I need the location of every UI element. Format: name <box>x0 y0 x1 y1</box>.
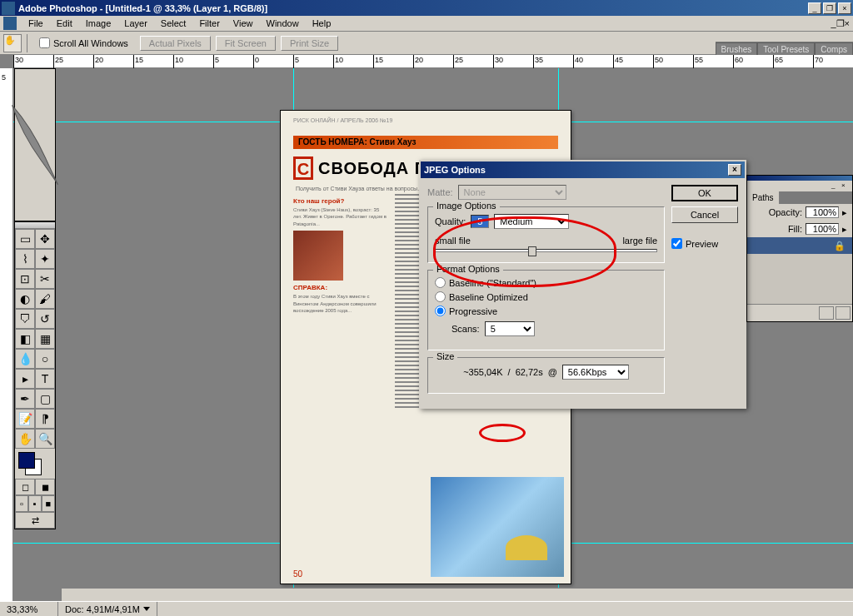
standard-mode-button[interactable]: ◻ <box>15 479 35 495</box>
size-estimate: ~355,04K <box>463 367 502 377</box>
lasso-tool[interactable]: ⌇ <box>15 249 35 269</box>
layer-comps-tab[interactable]: Comps <box>815 42 853 57</box>
menu-view[interactable]: View <box>227 17 260 30</box>
dialog-title: JPEG Options <box>424 165 486 175</box>
doc-restore-button[interactable]: ❐ <box>836 18 845 29</box>
color-swatches[interactable] <box>15 449 55 479</box>
vertical-ruler[interactable]: 5 <box>0 68 13 601</box>
notes-tool[interactable]: 📝 <box>15 409 35 429</box>
hand-tool[interactable]: ✋ <box>15 429 35 449</box>
eraser-tool[interactable]: ◧ <box>15 329 35 349</box>
clone-stamp-tool[interactable]: ⛉ <box>15 309 35 329</box>
menu-select[interactable]: Select <box>154 17 193 30</box>
marquee-tool[interactable]: ▭ <box>15 229 35 249</box>
tool-palette: ▭ ✥ ⌇ ✦ ⊡ ✂ ◐ 🖌 ⛉ ↺ ◧ ▦ 💧 ○ ▸ T ✒ ▢ 📝 ⁋ … <box>14 221 56 529</box>
zoom-level[interactable]: 33,33% <box>0 602 58 616</box>
zoom-tool[interactable]: 🔍 <box>35 429 55 449</box>
palette-grip[interactable] <box>15 222 55 229</box>
tool-presets-tab[interactable]: Tool Presets <box>757 42 815 57</box>
screen-mode-full-menubar[interactable]: ▪ <box>28 495 42 512</box>
doc-size-status[interactable]: Doc: 4,91M/4,91M <box>58 602 157 616</box>
horizontal-ruler[interactable]: 302520151050510152025303540455055606570 <box>13 55 853 68</box>
baud-rate-select[interactable]: 56.6Kbps <box>562 365 629 380</box>
size-group: Size ~355,04K / 62,72s @ 56.6Kbps <box>427 357 665 394</box>
quality-preset-select[interactable]: Medium <box>494 214 569 229</box>
doc-header-strip: ГОСТЬ НОМЕРА: Стиви Хауз <box>293 136 558 149</box>
pen-tool[interactable]: ✒ <box>15 389 35 409</box>
brush-tool[interactable]: 🖌 <box>35 289 55 309</box>
gradient-tool[interactable]: ▦ <box>35 329 55 349</box>
minimize-button[interactable]: _ <box>808 2 821 14</box>
crop-tool[interactable]: ⊡ <box>15 269 35 289</box>
baseline-standard-radio[interactable]: Baseline ("Standard") <box>435 277 657 288</box>
doc-dropcap: С <box>293 156 313 180</box>
menu-image[interactable]: Image <box>79 17 118 30</box>
doc-close-button[interactable]: × <box>845 18 850 28</box>
print-size-button[interactable]: Print Size <box>281 36 338 51</box>
screen-mode-standard[interactable]: ▫ <box>15 495 28 512</box>
menu-file[interactable]: File <box>22 17 50 30</box>
close-button[interactable]: × <box>838 2 851 14</box>
type-tool[interactable]: T <box>35 369 55 389</box>
small-file-label: small file <box>435 236 471 246</box>
menu-edit[interactable]: Edit <box>50 17 79 30</box>
fit-screen-button[interactable]: Fit Screen <box>216 36 276 51</box>
path-selection-tool[interactable]: ▸ <box>15 369 35 389</box>
matte-label: Matte: <box>427 187 453 197</box>
delete-layer-button[interactable] <box>836 306 851 320</box>
doc-mountain-image <box>431 477 564 577</box>
menu-layer[interactable]: Layer <box>117 17 154 30</box>
paths-tab[interactable]: Paths <box>747 191 780 204</box>
dodge-tool[interactable]: ○ <box>35 349 55 369</box>
magic-wand-tool[interactable]: ✦ <box>35 249 55 269</box>
horizontal-scrollbar[interactable] <box>62 588 853 601</box>
status-bar: 33,33% Doc: 4,91M/4,91M <box>0 601 853 616</box>
jump-to-imageready-button[interactable]: ⇄ <box>15 512 55 529</box>
quickmask-mode-button[interactable]: ◼ <box>35 479 55 495</box>
actual-pixels-button[interactable]: Actual Pixels <box>140 36 211 51</box>
format-options-group: Format Options Baseline ("Standard") Bas… <box>427 270 665 350</box>
shape-tool[interactable]: ▢ <box>35 389 55 409</box>
blur-tool[interactable]: 💧 <box>15 349 35 369</box>
healing-brush-tool[interactable]: ◐ <box>15 289 35 309</box>
layer-row[interactable]: 🔒 <box>747 237 852 254</box>
tool-preset-panel[interactable] <box>14 68 56 221</box>
brushes-tab[interactable]: Brushes <box>716 42 758 57</box>
dialog-close-button[interactable]: × <box>728 164 741 176</box>
menu-window[interactable]: Window <box>260 17 306 30</box>
hand-tool-icon[interactable]: ✋ <box>3 34 22 52</box>
opacity-field[interactable]: 100% <box>806 206 839 218</box>
tent-shape <box>506 535 547 560</box>
menu-filter[interactable]: Filter <box>192 17 226 30</box>
preview-checkbox[interactable]: Preview <box>671 238 738 249</box>
quality-label: Quality: <box>435 216 466 226</box>
foreground-color-swatch[interactable] <box>18 452 35 469</box>
cancel-button[interactable]: Cancel <box>671 206 738 223</box>
move-tool[interactable]: ✥ <box>35 229 55 249</box>
progressive-radio[interactable]: Progressive <box>435 306 657 316</box>
history-brush-tool[interactable]: ↺ <box>35 309 55 329</box>
layers-list-empty <box>747 254 852 304</box>
menu-help[interactable]: Help <box>306 17 338 30</box>
lock-icon: 🔒 <box>834 241 846 251</box>
baseline-optimized-radio[interactable]: Baseline Optimized <box>435 291 657 302</box>
quality-input[interactable] <box>471 215 489 228</box>
window-titlebar: Adobe Photoshop - [Untitled-1 @ 33,3% (L… <box>0 0 853 16</box>
slider-thumb[interactable] <box>528 246 536 256</box>
panel-minimize-button[interactable]: _ <box>831 181 841 191</box>
window-title: Adobe Photoshop - [Untitled-1 @ 33,3% (L… <box>18 3 808 13</box>
scroll-all-windows-checkbox[interactable]: Scroll All Windows <box>39 37 128 48</box>
maximize-button[interactable]: ❐ <box>823 2 836 14</box>
new-layer-button[interactable] <box>819 306 834 320</box>
panel-close-button[interactable]: × <box>841 181 851 191</box>
screen-mode-full[interactable]: ■ <box>42 495 55 512</box>
ok-button[interactable]: OK <box>671 185 738 201</box>
slice-tool[interactable]: ✂ <box>35 269 55 289</box>
scans-label: Scans: <box>451 324 480 334</box>
quality-slider[interactable] <box>435 249 657 252</box>
scans-select[interactable]: 5 <box>485 321 535 336</box>
large-file-label: large file <box>622 236 657 246</box>
eyedropper-tool[interactable]: ⁋ <box>35 409 55 429</box>
size-time: 62,72s <box>516 367 543 377</box>
fill-field[interactable]: 100% <box>806 223 839 235</box>
